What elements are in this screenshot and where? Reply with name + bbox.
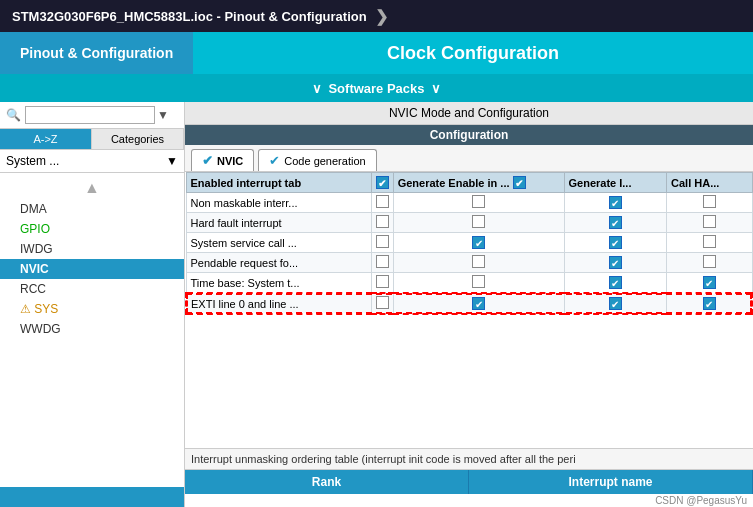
checkbox-cell[interactable] — [667, 233, 752, 253]
table-row: EXTI line 0 and line ...✔✔✔ — [186, 293, 752, 314]
checkbox-cell[interactable]: ✔ — [564, 193, 667, 213]
checked-icon[interactable]: ✔ — [609, 256, 622, 269]
checked-icon[interactable]: ✔ — [472, 236, 485, 249]
checkbox-cell[interactable] — [393, 253, 564, 273]
checkbox-cell[interactable] — [371, 273, 393, 294]
checked-icon[interactable]: ✔ — [609, 276, 622, 289]
sidebar-item-dma[interactable]: DMA — [0, 199, 184, 219]
checkbox-cell[interactable]: ✔ — [564, 213, 667, 233]
col-enabled-interrupt: Enabled interrupt tab — [186, 173, 371, 193]
checked-icon[interactable]: ✔ — [472, 297, 485, 310]
checkbox-cell[interactable]: ✔ — [564, 273, 667, 294]
unchecked-icon[interactable] — [703, 215, 716, 228]
bottom-interrupt-name: Interrupt name — [469, 470, 753, 494]
col-generate-i: Generate I... — [564, 173, 667, 193]
bottom-bar: Rank Interrupt name — [185, 469, 753, 494]
unchecked-icon[interactable] — [472, 195, 485, 208]
sidebar-item-sys[interactable]: ⚠ SYS — [0, 299, 184, 319]
checkbox-cell[interactable] — [393, 193, 564, 213]
sidebar-item-nvic[interactable]: NVIC — [0, 259, 184, 279]
sidebar-items: ▲ DMA GPIO IWDG NVIC RCC ⚠ SYS WWDG — [0, 173, 184, 487]
bottom-rank: Rank — [185, 470, 469, 494]
generate-enable-header-checkbox[interactable]: ✔ — [513, 176, 526, 189]
nvic-table: Enabled interrupt tab ✔ Generate Enable … — [185, 172, 753, 315]
checkbox-cell[interactable] — [371, 293, 393, 314]
header-checkbox[interactable]: ✔ — [376, 176, 389, 189]
category-dropdown-icon: ▼ — [166, 154, 178, 168]
checkbox-cell[interactable]: ✔ — [667, 273, 752, 294]
unchecked-icon[interactable] — [376, 215, 389, 228]
checkbox-cell[interactable] — [371, 193, 393, 213]
notice-text: Interrupt unmasking ordering table (inte… — [185, 448, 753, 469]
category-label: System ... — [6, 154, 59, 168]
checkbox-cell[interactable] — [667, 213, 752, 233]
unchecked-icon[interactable] — [472, 255, 485, 268]
col-generate-enable: Generate Enable in ... ✔ — [393, 173, 564, 193]
sort-categories-button[interactable]: Categories — [92, 129, 184, 149]
unchecked-icon[interactable] — [376, 275, 389, 288]
sub-tab-nvic[interactable]: ✔ NVIC — [191, 149, 254, 171]
checkbox-cell[interactable] — [667, 193, 752, 213]
unchecked-icon[interactable] — [703, 195, 716, 208]
table-container: Enabled interrupt tab ✔ Generate Enable … — [185, 172, 753, 448]
checkbox-cell[interactable] — [371, 213, 393, 233]
table-row: System service call ...✔✔ — [186, 233, 752, 253]
row-name-cell: Pendable request fo... — [186, 253, 371, 273]
unchecked-icon[interactable] — [376, 296, 389, 309]
sub-tab-code-generation[interactable]: ✔ Code generation — [258, 149, 376, 171]
checkbox-cell[interactable]: ✔ — [564, 253, 667, 273]
sidebar-item-gpio[interactable]: GPIO — [0, 219, 184, 239]
checkbox-cell[interactable]: ✔ — [564, 233, 667, 253]
unchecked-icon[interactable] — [703, 255, 716, 268]
unchecked-icon[interactable] — [472, 275, 485, 288]
sort-az-button[interactable]: A->Z — [0, 129, 92, 149]
tab-bar: Pinout & Configuration Clock Configurati… — [0, 32, 753, 74]
search-icon: 🔍 — [6, 108, 21, 122]
checked-icon[interactable]: ✔ — [703, 276, 716, 289]
checked-icon[interactable]: ✔ — [703, 297, 716, 310]
software-packs-bar[interactable]: ∨ Software Packs ∨ — [0, 74, 753, 102]
checked-icon[interactable]: ✔ — [609, 216, 622, 229]
category-selector[interactable]: System ... ▼ — [0, 150, 184, 173]
search-input[interactable] — [25, 106, 155, 124]
sidebar-item-rcc[interactable]: RCC — [0, 279, 184, 299]
title-text: STM32G030F6P6_HMC5883L.ioc - Pinout & Co… — [12, 9, 367, 24]
sidebar-item-wwdg[interactable]: WWDG — [0, 319, 184, 339]
checkbox-cell[interactable] — [393, 273, 564, 294]
table-row: Time base: System t...✔✔ — [186, 273, 752, 294]
main-content: 🔍 ▼ A->Z Categories System ... ▼ ▲ DMA G… — [0, 102, 753, 507]
table-row: Pendable request fo...✔ — [186, 253, 752, 273]
checked-icon[interactable]: ✔ — [609, 196, 622, 209]
config-header: Configuration — [185, 125, 753, 145]
tab-clock[interactable]: Clock Configuration — [193, 32, 753, 74]
sort-buttons: A->Z Categories — [0, 129, 184, 150]
checked-icon[interactable]: ✔ — [609, 236, 622, 249]
nvic-mode-header: NVIC Mode and Configuration — [185, 102, 753, 125]
unchecked-icon[interactable] — [376, 235, 389, 248]
unchecked-icon[interactable] — [703, 235, 716, 248]
software-packs-label: Software Packs — [328, 81, 424, 96]
unchecked-icon[interactable] — [472, 215, 485, 228]
row-name-cell: EXTI line 0 and line ... — [186, 293, 371, 314]
checkbox-cell[interactable] — [393, 213, 564, 233]
checkbox-cell[interactable]: ✔ — [667, 293, 752, 314]
code-gen-check-icon: ✔ — [269, 153, 280, 168]
checkbox-cell[interactable]: ✔ — [564, 293, 667, 314]
checkbox-cell[interactable]: ✔ — [393, 233, 564, 253]
checkbox-cell[interactable] — [667, 253, 752, 273]
sidebar-scroll-indicator: ▲ — [0, 177, 184, 199]
col-cb2: ✔ — [371, 173, 393, 193]
checked-icon[interactable]: ✔ — [609, 297, 622, 310]
title-chevron: ❯ — [375, 7, 388, 26]
sidebar: 🔍 ▼ A->Z Categories System ... ▼ ▲ DMA G… — [0, 102, 185, 507]
unchecked-icon[interactable] — [376, 255, 389, 268]
checkbox-cell[interactable]: ✔ — [393, 293, 564, 314]
checkbox-cell[interactable] — [371, 253, 393, 273]
row-name-cell: Time base: System t... — [186, 273, 371, 294]
tab-pinout[interactable]: Pinout & Configuration — [0, 32, 193, 74]
checkbox-cell[interactable] — [371, 233, 393, 253]
search-bar: 🔍 ▼ — [0, 102, 184, 129]
unchecked-icon[interactable] — [376, 195, 389, 208]
sidebar-item-iwdg[interactable]: IWDG — [0, 239, 184, 259]
watermark: CSDN @PegasusYu — [185, 494, 753, 507]
